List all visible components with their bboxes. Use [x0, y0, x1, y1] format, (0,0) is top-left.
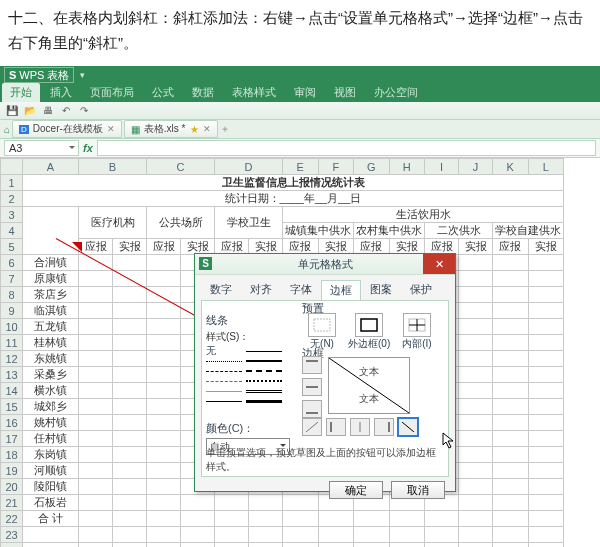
row-name-cell[interactable]: 临淇镇	[23, 303, 79, 319]
data-cell[interactable]	[79, 399, 113, 415]
data-cell[interactable]	[459, 543, 493, 548]
redo-icon[interactable]: ↷	[76, 103, 91, 118]
data-cell[interactable]	[528, 463, 564, 479]
data-cell[interactable]	[215, 543, 249, 548]
border-right-button[interactable]	[374, 418, 394, 436]
line-style-option[interactable]	[206, 391, 242, 392]
col-header[interactable]: C	[147, 159, 215, 175]
ribbon-tab-view[interactable]: 视图	[326, 83, 364, 102]
data-cell[interactable]	[79, 351, 113, 367]
formula-input[interactable]	[97, 140, 596, 156]
data-cell[interactable]	[389, 543, 425, 548]
data-cell[interactable]	[79, 447, 113, 463]
data-cell[interactable]	[113, 495, 147, 511]
data-cell[interactable]	[493, 255, 529, 271]
col-header[interactable]: D	[215, 159, 283, 175]
dialog-tab-protect[interactable]: 保护	[401, 279, 441, 300]
data-cell[interactable]	[147, 287, 181, 303]
data-cell[interactable]	[79, 287, 113, 303]
ribbon-tab-style[interactable]: 表格样式	[224, 83, 284, 102]
row-header[interactable]: 10	[1, 319, 23, 335]
data-cell[interactable]	[459, 527, 493, 543]
row-name-cell[interactable]: 姚村镇	[23, 415, 79, 431]
row-header[interactable]: 14	[1, 383, 23, 399]
border-middle-v-button[interactable]	[350, 418, 370, 436]
border-diag-down-button[interactable]	[398, 418, 418, 436]
data-cell[interactable]	[528, 255, 564, 271]
data-cell[interactable]	[459, 335, 493, 351]
row-name-cell[interactable]: 任村镇	[23, 431, 79, 447]
name-box[interactable]: A3	[4, 140, 79, 156]
dialog-tab-pattern[interactable]: 图案	[361, 279, 401, 300]
data-cell[interactable]	[147, 447, 181, 463]
data-cell[interactable]	[528, 399, 564, 415]
doc-tab-file[interactable]: ▦ 表格.xls * ★ ✕	[124, 120, 218, 138]
row-name-cell[interactable]: 东姚镇	[23, 351, 79, 367]
data-cell[interactable]	[459, 319, 493, 335]
row-header[interactable]: 23	[1, 527, 23, 543]
data-cell[interactable]	[528, 303, 564, 319]
row-header[interactable]: 22	[1, 511, 23, 527]
data-cell[interactable]	[147, 367, 181, 383]
data-cell[interactable]	[425, 543, 459, 548]
row-header[interactable]: 11	[1, 335, 23, 351]
line-style-option[interactable]	[246, 351, 282, 352]
row-header[interactable]: 13	[1, 367, 23, 383]
home-icon[interactable]: ⌂	[4, 124, 10, 135]
data-cell[interactable]	[283, 511, 319, 527]
data-cell[interactable]	[113, 463, 147, 479]
row-header[interactable]: 19	[1, 463, 23, 479]
data-cell[interactable]	[425, 511, 459, 527]
data-cell[interactable]	[493, 303, 529, 319]
data-cell[interactable]	[354, 543, 390, 548]
preset-inner-button[interactable]	[403, 313, 431, 337]
data-cell[interactable]	[493, 463, 529, 479]
data-cell[interactable]	[459, 383, 493, 399]
data-cell[interactable]	[528, 415, 564, 431]
data-cell[interactable]	[318, 511, 354, 527]
col-header[interactable]: E	[283, 159, 319, 175]
doc-tab-docer[interactable]: D Docer-在线模板 ✕	[12, 120, 122, 138]
data-cell[interactable]	[528, 335, 564, 351]
data-cell[interactable]	[147, 527, 181, 543]
data-cell[interactable]	[147, 415, 181, 431]
data-cell[interactable]	[459, 447, 493, 463]
row-header[interactable]: 16	[1, 415, 23, 431]
dialog-tab-align[interactable]: 对齐	[241, 279, 281, 300]
data-cell[interactable]	[113, 511, 147, 527]
data-cell[interactable]	[459, 367, 493, 383]
data-cell[interactable]	[79, 479, 113, 495]
col-header[interactable]: H	[389, 159, 425, 175]
row-header[interactable]: 5	[1, 239, 23, 255]
data-cell[interactable]	[113, 287, 147, 303]
line-style-option[interactable]	[206, 361, 242, 362]
data-cell[interactable]	[425, 527, 459, 543]
data-cell[interactable]	[147, 383, 181, 399]
row-header[interactable]: 7	[1, 271, 23, 287]
data-cell[interactable]	[493, 335, 529, 351]
data-cell[interactable]	[113, 383, 147, 399]
data-cell[interactable]	[249, 543, 283, 548]
data-cell[interactable]	[147, 319, 181, 335]
data-cell[interactable]	[493, 431, 529, 447]
line-style-option[interactable]	[246, 400, 282, 403]
data-cell[interactable]	[459, 255, 493, 271]
data-cell[interactable]	[528, 511, 564, 527]
col-header[interactable]: L	[528, 159, 564, 175]
data-cell[interactable]	[113, 447, 147, 463]
line-style-option[interactable]	[206, 401, 242, 402]
data-cell[interactable]	[493, 495, 529, 511]
line-style-option[interactable]	[246, 360, 282, 362]
line-style-option[interactable]	[246, 370, 282, 372]
data-cell[interactable]	[79, 271, 113, 287]
data-cell[interactable]	[493, 351, 529, 367]
data-cell[interactable]	[389, 511, 425, 527]
row-name-cell[interactable]: 原康镇	[23, 271, 79, 287]
col-header[interactable]: I	[425, 159, 459, 175]
row-name-cell[interactable]: 采桑乡	[23, 367, 79, 383]
data-cell[interactable]	[283, 543, 319, 548]
close-icon[interactable]: ✕	[203, 124, 211, 134]
border-left-button[interactable]	[326, 418, 346, 436]
data-cell[interactable]	[318, 527, 354, 543]
ribbon-tab-insert[interactable]: 插入	[42, 83, 80, 102]
